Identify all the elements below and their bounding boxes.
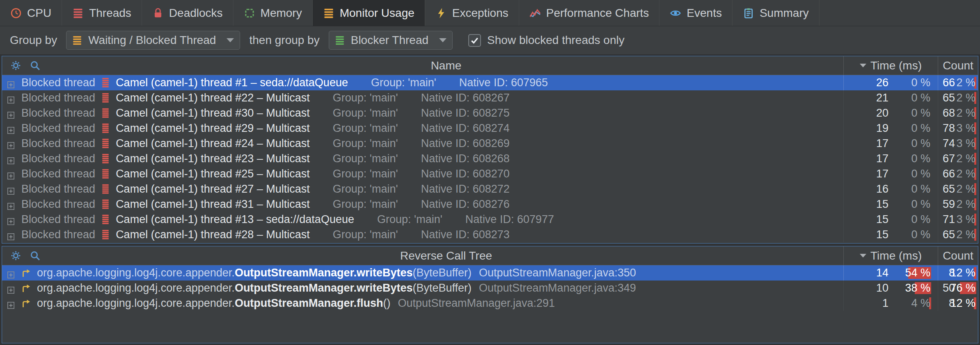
time-cell: 17 0 % bbox=[843, 166, 938, 182]
thread-icon bbox=[102, 230, 109, 240]
thread-row[interactable]: Blocked thread Camel (camel-1) thread #2… bbox=[2, 182, 978, 197]
thread-row[interactable]: Blocked thread Camel (camel-1) thread #3… bbox=[2, 197, 978, 212]
thread-row[interactable]: Blocked thread Camel (camel-1) thread #1… bbox=[2, 75, 978, 90]
group-by-dropdown[interactable]: Waiting / Blocked Thread bbox=[66, 31, 240, 50]
count-value: 67 bbox=[938, 152, 955, 165]
tab-cpu[interactable]: CPU bbox=[0, 0, 62, 26]
thread-native-id: Native ID: 607977 bbox=[465, 213, 554, 226]
group-by-label: Group by bbox=[10, 34, 57, 47]
expand-icon[interactable] bbox=[7, 231, 15, 239]
count-pct-cell: 3 % bbox=[955, 136, 976, 151]
expand-icon[interactable] bbox=[7, 94, 15, 102]
reverse-call-tree-panel: Reverse Call Tree Time (ms) Count org.ap… bbox=[2, 246, 978, 343]
search-icon[interactable] bbox=[30, 60, 41, 71]
expand-icon[interactable] bbox=[7, 124, 15, 132]
expand-icon[interactable] bbox=[7, 170, 15, 178]
count-cell: 66 2 % bbox=[938, 166, 978, 182]
gear-icon[interactable] bbox=[10, 60, 21, 71]
show-blocked-checkbox[interactable] bbox=[468, 34, 481, 47]
time-pct: 0 % bbox=[911, 213, 931, 226]
view-tabbar: CPU Threads Deadlocks Memory Monitor Usa… bbox=[0, 0, 980, 26]
count-pct: 12 % bbox=[950, 267, 976, 279]
expand-icon[interactable] bbox=[7, 140, 15, 147]
time-value: 14 bbox=[844, 267, 888, 279]
thread-group: Group: 'main' bbox=[333, 168, 398, 180]
count-pct-cell: 76 % bbox=[955, 281, 976, 296]
time-pct: 0 % bbox=[911, 183, 931, 196]
expand-icon[interactable] bbox=[7, 155, 15, 163]
count-pct: 2 % bbox=[956, 107, 976, 120]
thread-row-label: Blocked thread Camel (camel-1) thread #1… bbox=[21, 213, 843, 226]
thread-row[interactable]: Blocked thread Camel (camel-1) thread #2… bbox=[2, 90, 978, 106]
column-header-count[interactable]: Count bbox=[938, 246, 978, 265]
time-value: 17 bbox=[844, 168, 888, 180]
column-header-time[interactable]: Time (ms) bbox=[843, 56, 938, 75]
thread-native-id: Native ID: 608274 bbox=[421, 122, 510, 135]
memory-icon bbox=[244, 7, 255, 19]
tab-label: Summary bbox=[760, 7, 809, 20]
count-cell: 65 2 % bbox=[938, 227, 978, 242]
table-header-tools bbox=[2, 60, 49, 71]
thread-icon bbox=[102, 108, 109, 119]
column-header-name[interactable]: Name bbox=[49, 59, 843, 72]
time-pct-cell: 4 % bbox=[888, 296, 931, 311]
column-header-count-label: Count bbox=[943, 59, 973, 72]
call-tree-row[interactable]: org.apache.logging.log4j.core.appender.O… bbox=[2, 265, 978, 281]
expand-icon[interactable] bbox=[7, 216, 15, 223]
tab-exceptions[interactable]: Exceptions bbox=[425, 0, 519, 26]
count-value: 65 bbox=[938, 228, 955, 241]
monitor-usage-icon bbox=[323, 7, 334, 19]
gear-icon[interactable] bbox=[10, 250, 21, 261]
thread-row[interactable]: Blocked thread Camel (camel-1) thread #2… bbox=[2, 166, 978, 182]
count-pct-cell: 12 % bbox=[955, 265, 976, 281]
thread-row[interactable]: Blocked thread Camel (camel-1) thread #2… bbox=[2, 136, 978, 151]
thread-name: Camel (camel-1) thread #24 – Multicast bbox=[116, 137, 310, 150]
tab-deadlocks[interactable]: Deadlocks bbox=[142, 0, 234, 26]
time-pct-cell: 0 % bbox=[888, 197, 931, 212]
call-tree-row[interactable]: org.apache.logging.log4j.core.appender.O… bbox=[2, 296, 978, 311]
count-pct-cell: 2 % bbox=[955, 75, 976, 90]
then-group-by-dropdown[interactable]: Blocker Thread bbox=[329, 31, 453, 50]
call-tree-row[interactable]: org.apache.logging.log4j.core.appender.O… bbox=[2, 281, 978, 296]
thread-row[interactable]: Blocked thread Camel (camel-1) thread #2… bbox=[2, 227, 978, 242]
tab-memory[interactable]: Memory bbox=[234, 0, 313, 26]
time-pct: 0 % bbox=[911, 107, 931, 120]
thread-row[interactable]: Blocked thread Camel (camel-1) thread #2… bbox=[2, 151, 978, 166]
tab-threads[interactable]: Threads bbox=[62, 0, 142, 26]
blocked-threads-panel: Name Time (ms) Count Blocked thread Came… bbox=[2, 56, 978, 244]
expand-icon[interactable] bbox=[7, 299, 15, 307]
tab-events[interactable]: Events bbox=[659, 0, 733, 26]
column-header-time[interactable]: Time (ms) bbox=[843, 246, 938, 265]
tab-monitor-usage[interactable]: Monitor Usage bbox=[313, 0, 425, 26]
thread-row[interactable]: Blocked thread Camel (camel-1) thread #2… bbox=[2, 121, 978, 136]
expand-icon[interactable] bbox=[7, 200, 15, 208]
tab-performance-charts[interactable]: Performance Charts bbox=[519, 0, 660, 26]
time-cell: 26 0 % bbox=[843, 75, 938, 90]
tab-summary[interactable]: Summary bbox=[733, 0, 820, 26]
time-value: 21 bbox=[844, 92, 888, 104]
column-header-count[interactable]: Count bbox=[938, 56, 978, 75]
blocked-thread-kind: Blocked thread bbox=[21, 168, 95, 180]
expand-icon[interactable] bbox=[7, 79, 15, 87]
search-icon[interactable] bbox=[30, 250, 41, 261]
thread-name: Camel (camel-1) thread #13 – seda://data… bbox=[116, 213, 354, 226]
expand-icon[interactable] bbox=[7, 269, 15, 277]
thread-row-label: Blocked thread Camel (camel-1) thread #2… bbox=[21, 122, 843, 135]
time-value: 16 bbox=[844, 183, 888, 196]
time-pct-cell: 0 % bbox=[888, 106, 931, 121]
method-package: org.apache.logging.log4j.core.appender. bbox=[37, 297, 235, 310]
thread-group: Group: 'main' bbox=[333, 152, 398, 165]
expand-icon[interactable] bbox=[7, 185, 15, 193]
thread-row[interactable]: Blocked thread Camel (camel-1) thread #3… bbox=[2, 106, 978, 121]
blocked-thread-kind: Blocked thread bbox=[21, 76, 95, 89]
thread-name: Camel (camel-1) thread #25 – Multicast bbox=[116, 168, 310, 180]
show-blocked-checkbox-wrap[interactable]: Show blocked threads only bbox=[468, 34, 625, 47]
count-cell: 65 2 % bbox=[938, 90, 978, 106]
thread-group: Group: 'main' bbox=[371, 76, 436, 89]
expand-icon[interactable] bbox=[7, 109, 15, 117]
thread-name: Camel (camel-1) thread #31 – Multicast bbox=[116, 198, 310, 211]
method-args: (ByteBuffer) bbox=[412, 282, 472, 294]
thread-row-label: Blocked thread Camel (camel-1) thread #3… bbox=[21, 198, 843, 211]
thread-row[interactable]: Blocked thread Camel (camel-1) thread #1… bbox=[2, 212, 978, 227]
expand-icon[interactable] bbox=[7, 284, 15, 292]
